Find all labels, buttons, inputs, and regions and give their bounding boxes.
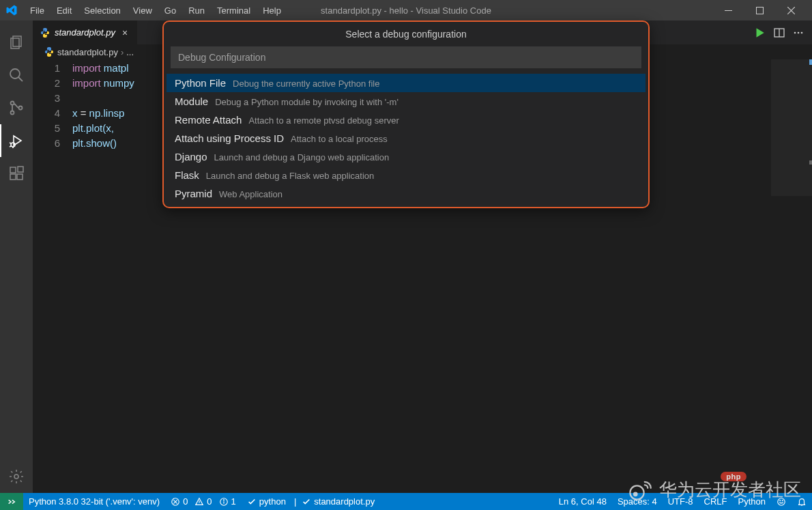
- search-activity[interactable]: [0, 59, 33, 91]
- quick-pick-dialog: Select a debug configuration Debug Confi…: [162, 20, 650, 208]
- quickpick-item-1[interactable]: ModuleDebug a Python module by invoking …: [166, 92, 646, 111]
- quickpick-item-desc: Web Application: [219, 189, 282, 199]
- svg-point-27: [778, 498, 785, 505]
- quickpick-item-label: Python File: [175, 77, 226, 89]
- menu-view[interactable]: View: [128, 3, 158, 18]
- svg-rect-12: [10, 174, 16, 180]
- svg-rect-1: [756, 7, 763, 14]
- svg-point-8: [19, 107, 23, 110]
- python-icon: [40, 27, 50, 38]
- debug-activity[interactable]: [0, 124, 33, 157]
- menu-go[interactable]: Go: [159, 3, 182, 18]
- menu-help[interactable]: Help: [257, 3, 287, 18]
- quickpick-item-desc: Launch and debug a Flask web application: [206, 171, 374, 181]
- quickpick-item-desc: Attach to a local process: [291, 134, 388, 144]
- extensions-activity[interactable]: [0, 157, 33, 190]
- feedback-status[interactable]: [771, 496, 792, 507]
- close-button[interactable]: [775, 0, 807, 20]
- vscode-icon: [5, 4, 18, 16]
- quickpick-item-desc: Launch and debug a Django web applicatio…: [214, 152, 390, 162]
- breadcrumb-file: standardplot.py: [57, 47, 118, 57]
- svg-line-5: [18, 77, 23, 81]
- quickpick-item-5[interactable]: FlaskLaunch and debug a Flask web applic…: [166, 166, 646, 184]
- maximize-button[interactable]: [744, 0, 775, 20]
- svg-point-28: [780, 500, 781, 500]
- line-numbers: 123456: [33, 59, 72, 493]
- minimap-mark: [809, 160, 812, 165]
- python-icon: [44, 46, 55, 57]
- menu-bar: File Edit Selection View Go Run Terminal…: [25, 3, 287, 18]
- menu-run[interactable]: Run: [183, 3, 210, 18]
- close-icon[interactable]: ×: [119, 27, 130, 38]
- quickpick-item-0[interactable]: Python FileDebug the currently active Py…: [166, 74, 646, 92]
- svg-point-7: [11, 111, 14, 115]
- file-status[interactable]: | standardplot.py: [289, 496, 380, 507]
- explorer-activity[interactable]: [0, 26, 33, 59]
- svg-point-6: [11, 102, 14, 105]
- title-bar: File Edit Selection View Go Run Terminal…: [0, 0, 812, 20]
- problems-status[interactable]: 0 0 1: [165, 496, 242, 507]
- quickpick-item-label: Django: [175, 151, 207, 162]
- tab-standardplot[interactable]: standardplot.py ×: [33, 20, 138, 44]
- quickpick-item-label: Pyramid: [175, 188, 212, 199]
- language-server-status[interactable]: python: [242, 496, 291, 507]
- svg-point-4: [10, 69, 20, 79]
- quickpick-item-6[interactable]: PyramidWeb Application: [166, 184, 646, 203]
- tab-label: standardplot.py: [55, 27, 115, 38]
- breadcrumb-more: ...: [126, 47, 134, 57]
- svg-rect-11: [10, 167, 16, 173]
- split-editor-button[interactable]: [774, 27, 785, 38]
- minimap-slider[interactable]: [809, 59, 812, 65]
- minimize-button[interactable]: [712, 0, 744, 20]
- menu-file[interactable]: File: [25, 3, 50, 18]
- quickpick-title: Select a debug configuration: [164, 22, 648, 46]
- quickpick-item-label: Flask: [175, 169, 199, 181]
- svg-rect-0: [725, 10, 732, 11]
- quickpick-item-label: Module: [175, 96, 208, 107]
- svg-point-21: [801, 31, 803, 33]
- menu-terminal[interactable]: Terminal: [212, 3, 256, 18]
- python-interpreter-status[interactable]: Python 3.8.0 32-bit ('.venv': venv): [23, 496, 165, 507]
- chevron-right-icon: ›: [121, 47, 124, 57]
- menu-edit[interactable]: Edit: [51, 3, 77, 18]
- activity-bar: [0, 20, 33, 493]
- quickpick-item-label: Attach using Process ID: [175, 132, 284, 144]
- spaces-status[interactable]: Spaces: 4: [612, 496, 663, 507]
- svg-point-29: [782, 500, 783, 500]
- menu-selection[interactable]: Selection: [78, 3, 126, 18]
- quickpick-item-desc: Attach to a remote ptvsd debug server: [248, 115, 398, 126]
- status-bar: Python 3.8.0 32-bit ('.venv': venv) 0 0 …: [0, 493, 812, 510]
- svg-rect-14: [18, 167, 23, 172]
- scm-activity[interactable]: [0, 91, 33, 124]
- svg-rect-13: [17, 174, 23, 180]
- svg-point-26: [223, 499, 224, 500]
- run-button[interactable]: [753, 27, 766, 39]
- svg-point-15: [14, 474, 18, 479]
- window-controls: [712, 0, 807, 20]
- encoding-status[interactable]: UTF-8: [663, 496, 699, 507]
- quickpick-item-label: Remote Attach: [175, 114, 242, 126]
- quickpick-item-4[interactable]: DjangoLaunch and debug a Django web appl…: [166, 147, 646, 166]
- remote-indicator[interactable]: [0, 493, 23, 510]
- quickpick-list: Python FileDebug the currently active Py…: [166, 74, 646, 207]
- quickpick-item-desc: Debug the currently active Python file: [233, 79, 379, 89]
- language-mode-status[interactable]: Python: [733, 496, 771, 507]
- quickpick-input[interactable]: Debug Configuration: [171, 46, 641, 68]
- svg-marker-16: [757, 28, 764, 38]
- cursor-position-status[interactable]: Ln 6, Col 48: [553, 496, 612, 507]
- eol-status[interactable]: CRLF: [699, 496, 733, 507]
- quickpick-item-desc: Debug a Python module by invoking it wit…: [215, 97, 398, 107]
- settings-activity[interactable]: [0, 460, 33, 493]
- notifications-status[interactable]: [792, 496, 812, 507]
- quickpick-item-3[interactable]: Attach using Process IDAttach to a local…: [166, 129, 646, 147]
- more-actions-button[interactable]: [793, 27, 804, 38]
- svg-point-19: [794, 31, 796, 33]
- minimap[interactable]: [771, 59, 812, 196]
- quickpick-item-2[interactable]: Remote AttachAttach to a remote ptvsd de…: [166, 111, 646, 129]
- window-title: standardplot.py - hello - Visual Studio …: [321, 5, 491, 16]
- svg-point-20: [798, 31, 800, 33]
